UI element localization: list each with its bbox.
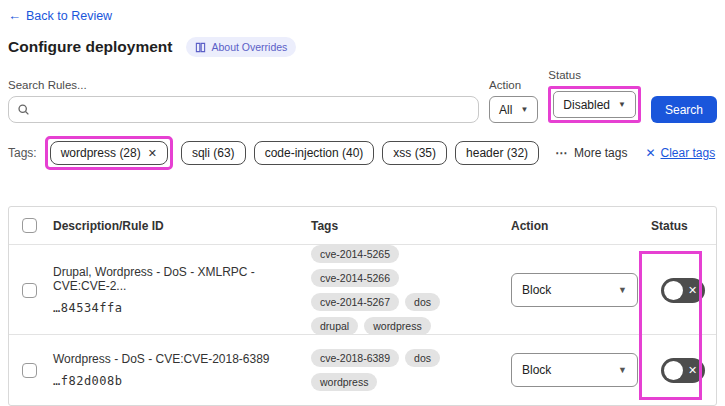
toggle-x-icon: ✕ <box>688 364 697 377</box>
search-group: Search Rules... <box>8 79 479 123</box>
status-filter-value: Disabled <box>563 98 610 112</box>
tag-filter-label: xss (35) <box>393 146 436 160</box>
status-toggle-off[interactable]: ✕ <box>661 358 705 383</box>
more-tags-label: More tags <box>574 146 627 160</box>
toggle-x-icon: ✕ <box>688 284 697 297</box>
search-rules-input[interactable] <box>36 103 470 117</box>
ellipsis-icon: ⋯ <box>555 146 568 160</box>
tag-filter-label: sqli (63) <box>192 146 235 160</box>
rule-tag: cve-2014-5266 <box>311 269 399 287</box>
action-filter-group: Action All ▼ <box>489 79 538 123</box>
rule-tag: drupal <box>311 317 358 335</box>
status-toggle-off[interactable]: ✕ <box>661 278 705 303</box>
column-header-action: Action <box>507 219 647 233</box>
clear-tags-button[interactable]: ✕ Clear tags <box>645 146 715 160</box>
tag-filter-code-injection[interactable]: code-injection (40) <box>254 141 375 165</box>
tags-bar-label: Tags: <box>8 146 37 160</box>
configure-deployment-page: ← Back to Review Configure deployment Ab… <box>0 0 725 406</box>
status-filter-highlight: Disabled ▼ <box>548 86 641 123</box>
table-row: Drupal, Wordpress - DoS - XMLRPC - CVE:C… <box>9 245 716 335</box>
chevron-down-icon: ▼ <box>618 100 626 109</box>
action-select-dropdown[interactable]: Block ▼ <box>511 353 638 387</box>
action-select-value: Block <box>522 363 551 377</box>
action-filter-value: All <box>499 103 512 117</box>
rule-description: Wordpress - DoS - CVE:CVE-2018-6389 <box>53 352 303 366</box>
search-rules-label: Search Rules... <box>8 79 479 91</box>
rule-tag: cve-2014-5267 <box>311 293 399 311</box>
select-all-checkbox[interactable] <box>22 218 37 233</box>
tag-filter-label: header (32) <box>466 146 528 160</box>
filter-row: Search Rules... Action All ▼ Status Disa… <box>8 69 717 123</box>
search-icon <box>17 103 30 116</box>
search-button[interactable]: Search <box>651 96 717 123</box>
table-row: Wordpress - DoS - CVE:CVE-2018-6389 …f82… <box>9 335 716 405</box>
column-header-tags: Tags <box>307 219 507 233</box>
title-row: Configure deployment About Overrides <box>8 37 717 57</box>
rules-table: Description/Rule ID Tags Action Status D… <box>8 206 717 406</box>
more-tags-button[interactable]: ⋯ More tags <box>555 146 627 160</box>
chevron-down-icon: ▼ <box>618 285 627 295</box>
tag-filter-wordpress[interactable]: wordpress (28) ✕ <box>50 141 168 165</box>
chevron-down-icon: ▼ <box>520 105 528 114</box>
rule-tag: wordpress <box>364 317 430 335</box>
status-filter-dropdown[interactable]: Disabled ▼ <box>553 91 636 118</box>
book-icon <box>195 42 206 53</box>
rule-tags: cve-2014-5265 cve-2014-5266 cve-2014-526… <box>311 245 503 335</box>
page-title: Configure deployment <box>8 38 172 56</box>
about-overrides-badge[interactable]: About Overrides <box>186 37 296 57</box>
selected-tag-highlight: wordpress (28) ✕ <box>45 136 173 170</box>
action-select-dropdown[interactable]: Block ▼ <box>511 273 638 307</box>
column-header-description: Description/Rule ID <box>49 219 307 233</box>
chevron-down-icon: ▼ <box>618 365 627 375</box>
rule-description: Drupal, Wordpress - DoS - XMLRPC - CVE:C… <box>53 265 303 294</box>
back-link-label: Back to Review <box>26 9 112 23</box>
status-filter-group: Status Disabled ▼ <box>548 69 641 123</box>
row-checkbox[interactable] <box>22 363 37 378</box>
table-header-row: Description/Rule ID Tags Action Status <box>9 207 716 245</box>
tag-filter-label: wordpress (28) <box>61 146 141 160</box>
back-arrow-icon: ← <box>8 8 21 23</box>
tag-filter-sqli[interactable]: sqli (63) <box>181 141 246 165</box>
tag-filter-label: code-injection (40) <box>265 146 364 160</box>
tags-bar: Tags: wordpress (28) ✕ sqli (63) code-in… <box>8 136 717 170</box>
action-filter-dropdown[interactable]: All ▼ <box>489 96 538 123</box>
tag-filter-xss[interactable]: xss (35) <box>382 141 447 165</box>
tag-filter-header[interactable]: header (32) <box>455 141 539 165</box>
rule-tag: wordpress <box>311 373 377 391</box>
status-filter-label: Status <box>548 69 641 81</box>
action-select-value: Block <box>522 283 551 297</box>
toggle-knob <box>664 361 683 380</box>
rule-id: …f82d008b <box>53 374 303 388</box>
toggle-knob <box>664 281 683 300</box>
action-filter-label: Action <box>489 79 538 91</box>
rule-tag: cve-2014-5265 <box>311 245 399 263</box>
about-overrides-label: About Overrides <box>211 41 287 53</box>
rule-tag: dos <box>405 349 440 367</box>
rule-tag: cve-2018-6389 <box>311 349 399 367</box>
back-to-review-link[interactable]: ← Back to Review <box>8 8 112 23</box>
search-rules-input-wrap <box>8 96 479 123</box>
clear-tags-label: Clear tags <box>661 146 716 160</box>
rule-tag: dos <box>405 293 440 311</box>
column-header-status: Status <box>647 219 716 233</box>
clear-icon: ✕ <box>645 146 655 160</box>
rule-id: …84534ffa <box>53 301 303 315</box>
row-checkbox[interactable] <box>22 283 37 298</box>
remove-tag-icon[interactable]: ✕ <box>148 147 157 160</box>
rule-tags: cve-2018-6389 dos wordpress <box>311 349 503 391</box>
